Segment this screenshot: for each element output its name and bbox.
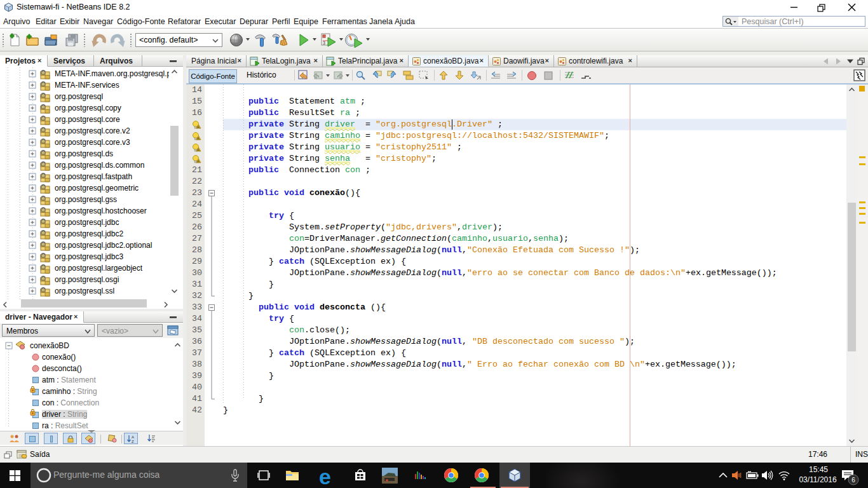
svg-text:A: A — [197, 125, 200, 129]
svg-text:Z: Z — [132, 440, 134, 444]
svg-text:A: A — [197, 148, 200, 152]
svg-text:3: 3 — [323, 41, 325, 45]
svg-text:A: A — [132, 435, 134, 439]
svg-text:6: 6 — [851, 477, 855, 484]
svg-text:A: A — [197, 159, 200, 163]
svg-text:A: A — [197, 137, 200, 140]
